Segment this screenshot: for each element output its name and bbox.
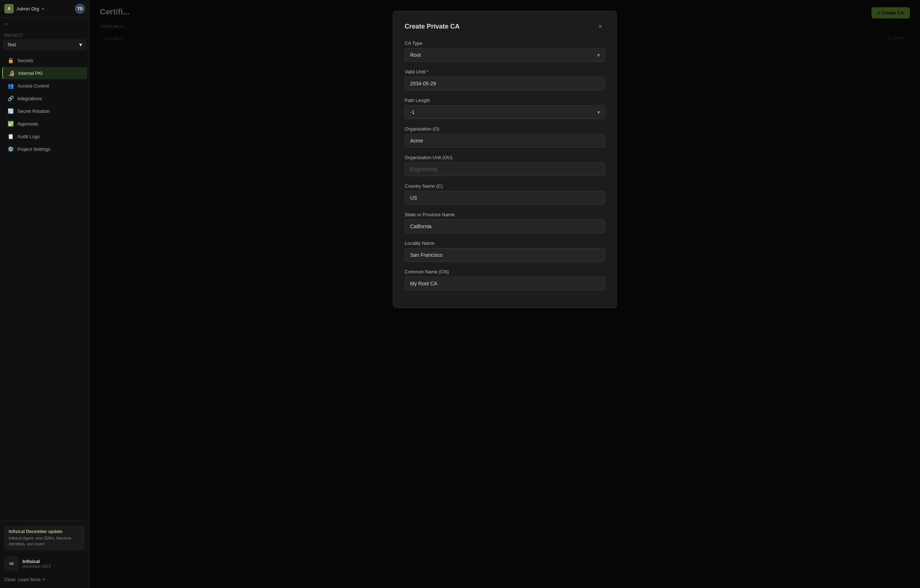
project-label: PROJECT (0, 30, 89, 39)
brand-name: Infisical (23, 559, 51, 564)
state-label: State or Province Name (405, 212, 605, 217)
sidebar-item-label: Access Control (17, 83, 49, 89)
org-selector[interactable]: A Admin Org ▾ (4, 4, 44, 13)
cn-group: Common Name (CN) (405, 269, 605, 290)
sidebar-item-secret-rotation[interactable]: 🔄Secret Rotation (2, 105, 87, 117)
secret-rotation-icon: 🔄 (7, 108, 14, 114)
internal-pki-icon: 🔏 (8, 70, 15, 76)
back-arrow-icon: ← (4, 21, 10, 27)
brand-date: December 2023 (23, 564, 51, 569)
brand-row: ∞ Infisical December 2023 (4, 554, 85, 573)
locality-group: Locality Name (405, 240, 605, 262)
access-control-icon: 👥 (7, 83, 14, 89)
ca-type-group: CA Type RootIntermediate (405, 40, 605, 62)
sidebar-header: A Admin Org ▾ TD (0, 0, 89, 18)
sidebar-item-label: Secrets (17, 58, 33, 63)
country-input[interactable] (405, 191, 605, 205)
chevron-down-icon: ▾ (79, 41, 82, 48)
secrets-icon: 🔒 (7, 57, 14, 63)
project-name: Test (7, 42, 16, 47)
sidebar-item-label: Internal PKI (18, 71, 43, 76)
modal-title: Create Private CA (405, 23, 460, 31)
audit-logs-icon: 📋 (7, 133, 14, 139)
org-name: Admin Org (17, 6, 39, 11)
update-card: Infisical December update Infisical Agen… (4, 525, 85, 551)
brand-logo: ∞ (4, 556, 19, 571)
ca-type-label: CA Type (405, 40, 605, 46)
project-settings-icon: ⚙️ (7, 146, 14, 152)
update-title: Infisical December update (9, 529, 81, 534)
sidebar-item-label: Secret Rotation (17, 109, 50, 114)
ca-type-select[interactable]: RootIntermediate (405, 48, 605, 62)
modal-header: Create Private CA × (405, 21, 605, 32)
org-unit-label: Organization Unit (OU) (405, 155, 605, 160)
valid-until-input[interactable] (405, 77, 605, 91)
sidebar-item-audit-logs[interactable]: 📋Audit Logs (2, 130, 87, 143)
sidebar-item-access-control[interactable]: 👥Access Control (2, 79, 87, 92)
country-group: Country Name (C) (405, 183, 605, 205)
cn-input[interactable] (405, 277, 605, 290)
sidebar-item-approvals[interactable]: ✅Approvals (2, 118, 87, 130)
back-button[interactable]: ← (0, 18, 89, 30)
sidebar-item-project-settings[interactable]: ⚙️Project Settings (2, 143, 87, 155)
valid-until-group: Valid Until * (405, 69, 605, 91)
sidebar-item-label: Audit Logs (17, 134, 39, 139)
path-length-label: Path Length (405, 98, 605, 103)
ca-type-select-wrapper: RootIntermediate (405, 48, 605, 62)
modal: Create Private CA × CA Type RootIntermed… (393, 11, 617, 308)
close-modal-button[interactable]: × (595, 21, 605, 32)
locality-label: Locality Name (405, 240, 605, 246)
path-length-select[interactable]: -10123 (405, 105, 605, 119)
sidebar-item-internal-pki[interactable]: 🔏Internal PKI (2, 67, 87, 79)
locality-input[interactable] (405, 248, 605, 262)
valid-until-label: Valid Until * (405, 69, 605, 75)
main-content: Certifi... Certificate A... SUBJECT D UN… (90, 0, 920, 588)
country-label: Country Name (C) (405, 183, 605, 189)
org-unit-group: Organization Unit (OU) (405, 155, 605, 176)
sidebar: A Admin Org ▾ TD ← PROJECT Test ▾ 🔒Secre… (0, 0, 90, 588)
project-selector[interactable]: Test ▾ (3, 39, 86, 50)
integrations-icon: 🔗 (7, 96, 14, 101)
org-group: Organization (O) (405, 126, 605, 147)
path-length-select-wrapper: -10123 (405, 105, 605, 119)
sidebar-item-integrations[interactable]: 🔗Integrations (2, 92, 87, 105)
sidebar-item-secrets[interactable]: 🔒Secrets (2, 54, 87, 66)
close-button[interactable]: Close (4, 576, 16, 584)
path-length-group: Path Length -10123 (405, 98, 605, 119)
chevron-down-icon: ▾ (42, 7, 44, 11)
update-text: Infisical Agent, new SDKs, Machine Ident… (9, 536, 81, 547)
org-avatar: A (4, 4, 14, 13)
approvals-icon: ✅ (7, 121, 14, 126)
sidebar-item-label: Project Settings (17, 146, 50, 152)
brand-info: Infisical December 2023 (23, 559, 51, 569)
cn-label: Common Name (CN) (405, 269, 605, 274)
learn-more-button[interactable]: Learn More ↗ (18, 576, 45, 584)
sidebar-footer: Infisical December update Infisical Agen… (0, 521, 89, 588)
sidebar-item-label: Integrations (17, 96, 42, 101)
org-unit-input[interactable] (405, 162, 605, 176)
sidebar-nav: 🔒Secrets🔏Internal PKI👥Access Control🔗Int… (0, 50, 89, 521)
state-group: State or Province Name (405, 212, 605, 233)
org-input[interactable] (405, 134, 605, 147)
state-input[interactable] (405, 220, 605, 233)
sidebar-item-label: Approvals (17, 121, 38, 126)
org-label: Organization (O) (405, 126, 605, 132)
avatar[interactable]: TD (75, 3, 85, 14)
footer-buttons: Close Learn More ↗ (4, 576, 85, 584)
modal-overlay: Create Private CA × CA Type RootIntermed… (90, 0, 920, 588)
